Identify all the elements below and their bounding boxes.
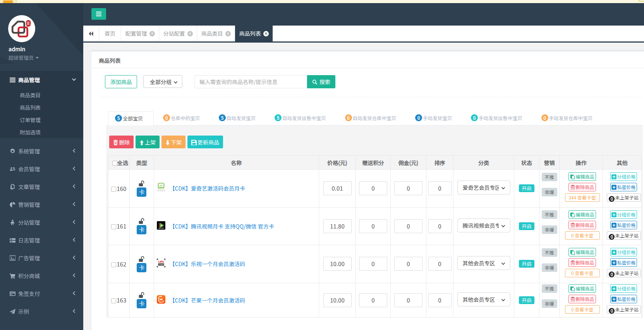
not-recommended-badge[interactable]: 不推 bbox=[542, 248, 557, 257]
select-all-header[interactable]: 全选 bbox=[108, 156, 130, 170]
delete-goods-button[interactable]: 删除商品 bbox=[568, 183, 596, 191]
not-recommended-badge[interactable]: 不推 bbox=[542, 173, 557, 181]
search-input[interactable] bbox=[194, 75, 307, 88]
group-filter-select[interactable]: 全部分组 bbox=[143, 75, 182, 88]
commission-input[interactable]: 0 bbox=[394, 181, 422, 195]
page-tab-substation-config[interactable]: 分站配置 bbox=[159, 26, 197, 41]
category-select[interactable]: 其他会员专区 bbox=[457, 292, 510, 306]
row-checkbox[interactable] bbox=[111, 298, 116, 303]
row-checkbox[interactable] bbox=[111, 187, 116, 192]
bulk-update-goods-button[interactable]: 更新商品 bbox=[187, 136, 223, 148]
private-price-button[interactable]: 私密价格 bbox=[610, 221, 637, 229]
category-select[interactable]: 其他会员专区 bbox=[457, 256, 510, 270]
bulk-delete-button[interactable]: 删除 bbox=[109, 136, 134, 148]
not-recommended-badge[interactable]: 不推 bbox=[542, 210, 557, 219]
row-checkbox[interactable] bbox=[111, 262, 116, 267]
avatar[interactable] bbox=[8, 15, 35, 42]
points-input[interactable]: 0 bbox=[359, 181, 387, 195]
group-price-button[interactable]: 分组价格 bbox=[610, 210, 637, 219]
edit-goods-button[interactable]: 编辑商品 bbox=[568, 284, 596, 293]
view-cards-button[interactable]: 344 查看卡密 bbox=[565, 193, 600, 202]
add-goods-button[interactable]: 添加商品 bbox=[105, 75, 137, 88]
page-tab-goods-category[interactable]: 商品类目 bbox=[197, 26, 235, 41]
filter-tab-manual-delivery[interactable]: 0手动发货宝贝 bbox=[406, 111, 462, 125]
commission-input[interactable]: 0 bbox=[394, 293, 422, 307]
goods-name-link[interactable]: 【CDK】芒果一个月会员激活码 bbox=[170, 296, 246, 304]
bulk-take-off-shelf-button[interactable]: 下架 bbox=[161, 136, 185, 148]
points-input[interactable]: 0 bbox=[359, 293, 387, 307]
filter-tab-manual-delivery-selling[interactable]: 0手动发货出售中宝贝 bbox=[462, 111, 532, 125]
private-price-button[interactable]: 私密价格 bbox=[610, 183, 637, 191]
tab-close-icon[interactable] bbox=[187, 31, 193, 36]
sidebar-subitem-goods-category[interactable]: 商品类目 bbox=[0, 89, 83, 101]
category-select[interactable]: 爱奇艺会员专区 bbox=[457, 180, 510, 194]
status-toggle-button[interactable]: 开启 bbox=[519, 184, 534, 192]
sidebar-subitem-goods-list[interactable]: 商品列表 bbox=[0, 101, 83, 113]
not-listed-substation-button[interactable]: 0未上架子站 bbox=[607, 305, 641, 314]
filter-tab-auto-delivery[interactable]: 5自动发货宝贝 bbox=[210, 111, 265, 125]
goods-name-link[interactable]: 【CDK】爱奇艺激活码会员月卡 bbox=[170, 184, 246, 192]
bulk-put-on-shelf-button[interactable]: 上架 bbox=[136, 136, 160, 148]
not-listed-substation-button[interactable]: 0未上架子站 bbox=[607, 269, 641, 277]
row-checkbox[interactable] bbox=[111, 224, 116, 229]
filter-tab-manual-delivery-warehouse[interactable]: 0手动发货仓库中宝贝 bbox=[532, 111, 602, 125]
page-tab-config-manage[interactable]: 配置管理 bbox=[121, 26, 159, 41]
user-role[interactable]: 超级管理员 bbox=[9, 55, 39, 60]
sidebar-subitem-extra-options[interactable]: 附加选项 bbox=[0, 126, 83, 138]
group-price-button[interactable]: 分组价格 bbox=[610, 172, 637, 181]
tabs-scroll-left-button[interactable] bbox=[83, 26, 99, 41]
filter-tab-all[interactable]: 5全部宝贝 bbox=[108, 111, 154, 125]
sidebar-item-article-manage[interactable]: 文章管理 bbox=[0, 178, 83, 196]
select-all-checkbox[interactable] bbox=[112, 161, 117, 166]
not-listed-substation-button[interactable]: 0未上架子站 bbox=[607, 193, 641, 202]
points-input[interactable]: 0 bbox=[359, 219, 387, 233]
search-button[interactable]: 搜索 bbox=[307, 75, 335, 88]
points-input[interactable]: 0 bbox=[359, 257, 387, 271]
private-price-button[interactable]: 私密价格 bbox=[610, 295, 637, 303]
delete-goods-button[interactable]: 删除商品 bbox=[568, 221, 596, 229]
sidebar-item-goods-manage[interactable]: 商品管理 bbox=[0, 71, 83, 89]
sidebar-subitem-order-manage[interactable]: 订单管理 bbox=[0, 113, 83, 126]
status-toggle-button[interactable]: 开启 bbox=[519, 222, 534, 230]
delete-goods-button[interactable]: 删除商品 bbox=[568, 258, 596, 267]
status-toggle-button[interactable]: 开启 bbox=[519, 260, 534, 268]
page-tab-home[interactable]: 首页 bbox=[99, 26, 121, 41]
not-hot-badge[interactable]: 非爆 bbox=[542, 225, 557, 234]
not-listed-substation-button[interactable]: 0未上架子站 bbox=[607, 231, 641, 240]
goods-name-link[interactable]: 【CDK】腾讯视频月卡 支持QQ/微信 官方卡 bbox=[170, 222, 274, 230]
group-price-button[interactable]: 分组价格 bbox=[610, 248, 637, 256]
edit-goods-button[interactable]: 编辑商品 bbox=[568, 248, 596, 256]
sidebar-item-log-manage[interactable]: 日志管理 bbox=[0, 231, 83, 249]
tab-close-icon[interactable] bbox=[149, 31, 155, 36]
price-input[interactable]: 10.00 bbox=[323, 257, 352, 271]
private-price-button[interactable]: 私密价格 bbox=[610, 258, 637, 267]
sidebar-item-member-manage[interactable]: 会员管理 bbox=[0, 160, 83, 178]
commission-input[interactable]: 0 bbox=[394, 219, 422, 233]
sidebar-item-marketing-manage[interactable]: 营销管理 bbox=[0, 196, 83, 213]
not-recommended-badge[interactable]: 不推 bbox=[542, 284, 557, 293]
sidebar-item-system-manage[interactable]: 系统管理 bbox=[0, 142, 83, 160]
view-cards-button[interactable]: 0 查看卡密 bbox=[565, 231, 600, 240]
sidebar-item-free-sign-pay[interactable]: 免签支付 bbox=[0, 285, 83, 302]
delete-goods-button[interactable]: 删除商品 bbox=[568, 295, 596, 303]
filter-tab-auto-delivery-warehouse[interactable]: 0自动发货仓库中宝贝 bbox=[335, 111, 406, 125]
sort-input[interactable]: 0 bbox=[428, 257, 452, 271]
sidebar-item-ad-manage[interactable]: 广告管理 bbox=[0, 249, 83, 267]
status-toggle-button[interactable]: 开启 bbox=[519, 296, 534, 304]
sidebar-item-points-mall[interactable]: 积分商城 bbox=[0, 267, 83, 285]
sidebar-item-example[interactable]: 示例 bbox=[0, 302, 83, 320]
edit-goods-button[interactable]: 编辑商品 bbox=[568, 210, 596, 219]
goods-name-link[interactable]: 【CDK】乐视一个月会员激活码 bbox=[170, 260, 246, 268]
group-price-button[interactable]: 分组价格 bbox=[610, 284, 637, 293]
commission-input[interactable]: 0 bbox=[394, 257, 422, 271]
tab-close-icon[interactable] bbox=[263, 31, 269, 36]
filter-tab-in-warehouse[interactable]: 0仓库中的宝贝 bbox=[154, 111, 210, 125]
category-select[interactable]: 腾讯视频会员专区 bbox=[457, 218, 510, 232]
sidebar-item-substation-manage[interactable]: 分站管理 bbox=[0, 213, 83, 231]
filter-tab-auto-delivery-selling[interactable]: 5自动发货出售中宝贝 bbox=[265, 111, 336, 125]
price-input[interactable]: 0.01 bbox=[323, 181, 352, 195]
sidebar-toggle-button[interactable] bbox=[91, 8, 106, 20]
price-input[interactable]: 10.00 bbox=[323, 293, 352, 307]
view-cards-button[interactable]: 0 查看卡密 bbox=[565, 269, 600, 277]
tab-close-icon[interactable] bbox=[225, 31, 231, 36]
